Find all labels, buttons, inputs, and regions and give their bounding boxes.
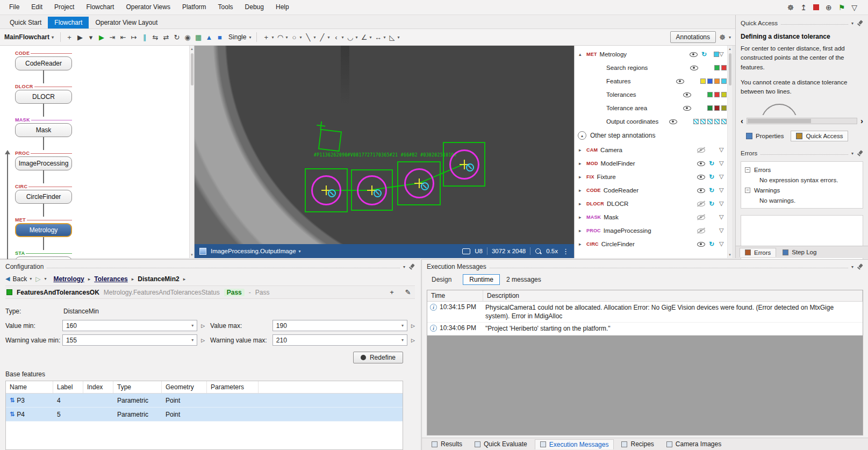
camera-image[interactable]: #P1136262090#V0817727170365#21 #66#B2 #0… — [195, 46, 574, 244]
pin-icon[interactable] — [408, 263, 415, 270]
color-swatch[interactable] — [693, 119, 699, 124]
flowchart-selector[interactable]: MainFlowchart▾ — [4, 33, 54, 41]
message-row[interactable]: i 10:34:06 PM "Project 'Heriberto' start… — [427, 323, 863, 335]
expander-icon[interactable]: ▸ — [579, 161, 586, 166]
toolbar-icon[interactable]: ◉ — [182, 31, 193, 43]
expander-icon[interactable]: ▸ — [579, 241, 586, 247]
table-column-header[interactable]: Index — [83, 381, 113, 393]
color-swatch[interactable] — [721, 92, 727, 97]
document-tab[interactable]: Flowchart — [48, 17, 89, 28]
toolbar-icon[interactable]: ↦ — [128, 31, 139, 43]
color-swatch[interactable] — [707, 105, 713, 111]
expression-expand-icon[interactable]: ▷ — [201, 323, 205, 328]
collapse-icon[interactable]: ▾ — [403, 265, 405, 269]
visibility-eye-icon[interactable] — [669, 118, 677, 125]
color-swatch[interactable] — [700, 119, 706, 124]
visibility-eye-icon[interactable] — [676, 77, 684, 85]
flowchart-node[interactable]: Mask — [15, 123, 72, 137]
flowchart-node[interactable]: Metrology — [15, 223, 72, 237]
runtime-tab[interactable]: Runtime — [463, 274, 500, 285]
toolbar-icon[interactable]: ■ — [214, 31, 225, 43]
menu-item[interactable]: Debug — [239, 0, 270, 15]
expander-icon[interactable]: ▸ — [579, 174, 586, 180]
annotation-row[interactable]: Features — [577, 74, 727, 88]
table-row[interactable]: ⇅P4 5 Parametric Point — [6, 408, 403, 422]
color-swatch[interactable] — [707, 92, 713, 97]
menu-item[interactable]: Project — [48, 0, 80, 15]
bottom-panel-tab[interactable]: Quick Evaluate — [470, 439, 532, 449]
auto-color-icon[interactable] — [709, 173, 716, 181]
toolbar-icon[interactable]: ⇄ — [161, 31, 171, 43]
errors-tree-row[interactable]: − No expression syntax errors. — [745, 175, 859, 185]
value-combo[interactable]: 155▾ — [62, 334, 197, 346]
filter-icon[interactable] — [719, 213, 727, 220]
collapse-circle-icon[interactable]: ▴ — [578, 131, 586, 140]
annotation-tool[interactable]: ‹ ▾ — [330, 31, 344, 43]
menu-item[interactable]: Help — [270, 0, 295, 15]
toolbar-icon[interactable]: + — [64, 31, 75, 43]
step-annotation-row[interactable]: ▸ CIRC CircleFinder — [577, 237, 727, 251]
annotation-tool[interactable]: ◠ ▾ — [274, 31, 288, 43]
auto-color-icon[interactable] — [709, 187, 716, 194]
pin-icon[interactable] — [857, 263, 863, 270]
annotation-tool[interactable]: ○ ▾ — [288, 31, 302, 43]
toolbar-icon[interactable]: ⇤ — [118, 31, 128, 43]
menu-item[interactable]: Platform — [176, 0, 212, 15]
errors-tree-row[interactable]: − Errors — [745, 165, 859, 175]
annotations-button[interactable]: Annotations — [670, 31, 716, 43]
flowchart-node[interactable]: DLOCR — [15, 90, 72, 104]
annotation-tool[interactable]: ◡ ▾ — [345, 31, 358, 43]
stop-icon[interactable] — [813, 4, 819, 10]
step-annotation-row[interactable]: ▸ MOD ModelFinder — [577, 156, 727, 170]
expression-expand-icon[interactable]: ▷ — [201, 338, 205, 343]
filter-icon[interactable] — [719, 160, 727, 167]
zoom-icon[interactable] — [535, 248, 542, 255]
annotation-tool[interactable]: ╱ ▾ — [316, 31, 330, 43]
side-panel-tab[interactable]: Properties — [741, 131, 789, 141]
step-annotation-row[interactable]: ▸ MASK Mask — [577, 210, 727, 224]
color-swatch[interactable] — [714, 78, 720, 84]
filter-icon[interactable] — [719, 173, 727, 180]
menu-item[interactable]: Operator Views — [120, 0, 176, 15]
right-bottom-tab[interactable]: Errors — [740, 248, 776, 257]
breadcrumb-link[interactable]: Metrology — [53, 275, 84, 283]
errors-tree-row[interactable]: − No warnings. — [745, 195, 859, 205]
annotation-tool[interactable]: ◺ ▾ — [386, 31, 400, 43]
deploy-icon[interactable]: ↥ — [800, 3, 807, 12]
toolbar-icon[interactable]: ⇆ — [150, 31, 161, 43]
annotation-row[interactable]: Tolerances — [577, 88, 727, 101]
chevron-down-icon[interactable]: ▾ — [44, 276, 46, 281]
visibility-eye-icon[interactable] — [697, 173, 705, 181]
filter-icon[interactable] — [719, 187, 727, 194]
toolbar-icon[interactable]: ▶ — [96, 31, 107, 43]
filter-icon[interactable] — [719, 227, 727, 234]
image-source-selector[interactable]: ImageProcessing.OutputImage▾ — [211, 248, 301, 254]
design-tab[interactable]: Design — [427, 275, 456, 284]
errors-tree-row[interactable]: − Warnings — [745, 185, 859, 195]
step-annotation-row[interactable]: ▸ FIX Fixture — [577, 170, 727, 183]
message-row[interactable]: i 10:34:15 PM PhysicalCamera1 could not … — [427, 302, 863, 323]
expander-icon[interactable]: ▸ — [579, 201, 586, 206]
table-column-header[interactable]: Description — [483, 290, 863, 301]
settings-icon[interactable]: ☸ — [787, 3, 794, 12]
document-tab[interactable]: Quick Start — [3, 17, 48, 28]
bottom-panel-tab[interactable]: Camera Images — [662, 439, 726, 449]
auto-color-icon[interactable] — [709, 240, 716, 248]
table-column-header[interactable]: Name — [6, 381, 53, 393]
annotation-tool[interactable]: ╲ ▾ — [302, 31, 316, 43]
menu-item[interactable]: File — [3, 0, 25, 15]
page-right-icon[interactable]: › — [860, 116, 863, 125]
redefine-button[interactable]: Redefine — [353, 352, 403, 363]
auto-color-icon[interactable] — [709, 200, 716, 208]
visibility-eye-icon[interactable] — [697, 240, 705, 248]
menu-item[interactable]: Edit — [25, 0, 48, 15]
auto-color-icon[interactable] — [709, 160, 716, 167]
pin-icon[interactable] — [857, 150, 863, 156]
flowchart-scrollbar[interactable]: ▴▾ — [189, 46, 194, 258]
annotation-row[interactable]: Output coordinates — [577, 115, 727, 128]
visibility-eye-icon[interactable] — [697, 227, 705, 234]
collapse-icon[interactable]: ▾ — [851, 151, 853, 156]
step-annotation-row[interactable]: ▸ PROC ImageProcessing — [577, 224, 727, 237]
pin-icon[interactable] — [857, 20, 863, 26]
color-swatch[interactable] — [707, 78, 713, 84]
